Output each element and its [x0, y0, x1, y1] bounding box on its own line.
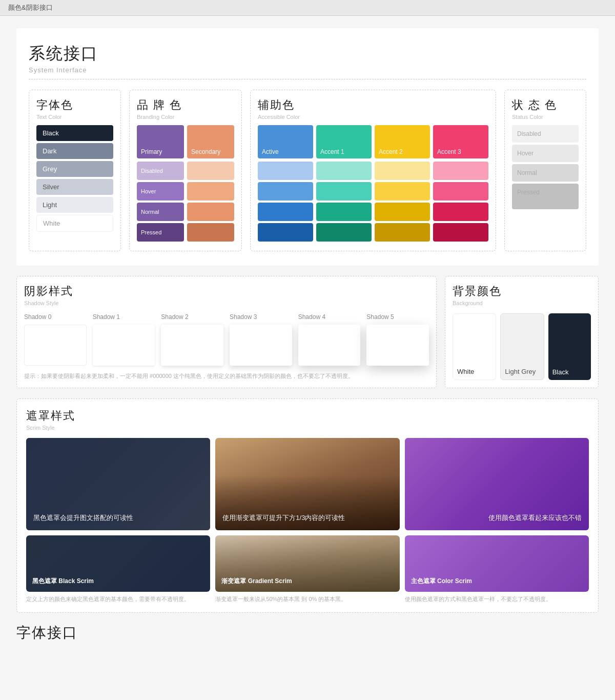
- shadow-card: 阴影样式 Shadow Style Shadow 0Shadow 1Shadow…: [16, 276, 437, 388]
- brand-state-row: Normal: [137, 203, 234, 221]
- scrim-color-desc: 使用颜色遮罩的方式和黑色遮罩一样，不要忘了不透明度。: [405, 595, 589, 604]
- text-color-title-zh: 字体色: [36, 97, 113, 113]
- shadow-box: [366, 325, 429, 366]
- accessible-state-swatch: [316, 162, 372, 180]
- accessible-main-swatch: Accent 3: [433, 125, 488, 158]
- shadow-title-en: Shadow Style: [24, 300, 429, 306]
- shadow-label: Shadow 4: [298, 313, 361, 321]
- shadow-box: [298, 325, 361, 366]
- scrim-label-row: 黑色遮罩 Black Scrim 定义上方的颜色来确定黑色遮罩的基本颜色，需要带…: [26, 535, 589, 604]
- text-swatch-item: White: [36, 215, 113, 232]
- text-swatch-item: Grey: [36, 161, 113, 177]
- scrim-demo-color: 使用颜色遮罩看起来应该也不错: [405, 438, 589, 530]
- brand-secondary-state: [187, 182, 234, 201]
- accessible-state-swatch: [316, 223, 372, 242]
- accessible-title-zh: 辅助色: [258, 97, 488, 113]
- text-swatches: BlackDarkGreySilverLightWhite: [36, 125, 113, 232]
- status-swatches: DisabledHoverNormalPressed: [512, 125, 579, 209]
- shadow-label: Shadow 3: [230, 313, 292, 321]
- scrim-gradient-desc: 渐变遮罩一般来说从50%的基本黑 到 0% 的基本黑。: [215, 595, 399, 604]
- accessible-state-swatch: [258, 223, 313, 242]
- scrim-demo-black-text: 黑色遮罩会提升图文搭配的可读性: [33, 513, 203, 523]
- bg-swatch-item: White: [453, 313, 496, 380]
- shadow-item: Shadow 0: [24, 313, 87, 366]
- scrim-gradient-label: 渐变遮罩 Gradient Scrim: [221, 577, 393, 586]
- scrim-demo-gradient-text: 使用渐变遮罩可提升下方1/3内容的可读性: [222, 513, 392, 523]
- bg-swatch-label: Light Grey: [505, 368, 536, 375]
- accessible-state-row: [258, 182, 488, 201]
- accessible-state-swatch: [375, 182, 430, 201]
- shadow-box: [93, 325, 155, 366]
- scrim-title-zh: 遮罩样式: [26, 408, 589, 424]
- branding-title-zh: 品 牌 色: [137, 97, 234, 113]
- accessible-state-swatch: [375, 162, 430, 180]
- accessible-state-swatch: [316, 203, 372, 221]
- shadow-title-zh: 阴影样式: [24, 284, 429, 299]
- bg-title-en: Background: [453, 300, 591, 306]
- bg-swatches-row: WhiteLight GreyBlack: [453, 313, 591, 380]
- scrim-label-gradient: 渐变遮罩 Gradient Scrim 渐变遮罩一般来说从50%的基本黑 到 0…: [215, 535, 399, 604]
- accessible-states: [258, 162, 488, 242]
- system-interface-section: 系统接口 System Interface 字体色 Text Color Bla…: [16, 28, 599, 266]
- brand-primary-state: Hover: [137, 182, 184, 201]
- page-content: 系统接口 System Interface 字体色 Text Color Bla…: [0, 16, 615, 700]
- accessible-main-row: ActiveAccent 1Accent 2Accent 3: [258, 125, 488, 158]
- shadow-label: Shadow 1: [93, 313, 155, 321]
- accessible-title-en: Accessible Color: [258, 114, 488, 120]
- shadow-bg-row: 阴影样式 Shadow Style Shadow 0Shadow 1Shadow…: [16, 276, 599, 388]
- accessible-state-swatch: [316, 182, 372, 201]
- bg-title-zh: 背景颜色: [453, 284, 591, 299]
- accessible-color-card: 辅助色 Accessible Color ActiveAccent 1Accen…: [250, 90, 496, 251]
- text-swatch-item: Silver: [36, 179, 113, 195]
- title-bar-label: 颜色&阴影接口: [8, 4, 53, 11]
- status-swatch-item: Disabled: [512, 125, 579, 143]
- scrim-label-color-item: 主色遮罩 Color Scrim: [405, 535, 589, 592]
- brand-main-swatch: Primary: [137, 125, 184, 158]
- accessible-state-swatch: [433, 182, 488, 201]
- scrim-color-label: 主色遮罩 Color Scrim: [411, 577, 583, 586]
- status-swatch-item: Hover: [512, 145, 579, 162]
- scrim-demo-color-text: 使用颜色遮罩看起来应该也不错: [412, 513, 582, 523]
- accessible-state-swatch: [433, 223, 488, 242]
- scrim-label-gradient-item: 渐变遮罩 Gradient Scrim: [215, 535, 399, 592]
- system-interface-title-en: System Interface: [29, 66, 586, 74]
- text-color-title-en: Text Color: [36, 114, 113, 120]
- accessible-main-swatch: Active: [258, 125, 313, 158]
- text-swatch-item: Dark: [36, 143, 113, 159]
- bg-swatch-label: Black: [552, 368, 569, 376]
- accessible-state-swatch: [433, 162, 488, 180]
- scrim-section: 遮罩样式 Scrim Style 黑色遮罩会提升图文搭配的可读性 使用渐变遮罩可…: [16, 398, 599, 613]
- shadow-box: [230, 325, 292, 366]
- brand-secondary-state: [187, 203, 234, 221]
- accessible-main-swatch: Accent 1: [316, 125, 372, 158]
- accessible-state-swatch: [375, 223, 430, 242]
- shadow-item: Shadow 3: [230, 313, 292, 366]
- brand-secondary-state: [187, 223, 234, 242]
- branding-title-en: Branding Color: [137, 114, 234, 120]
- accessible-state-row: [258, 162, 488, 180]
- shadow-item: Shadow 4: [298, 313, 361, 366]
- brand-primary-state: Disabled: [137, 162, 184, 180]
- branding-color-card: 品 牌 色 Branding Color PrimarySecondary Di…: [129, 90, 242, 251]
- brand-secondary-state: [187, 162, 234, 180]
- shadow-boxes-row: Shadow 0Shadow 1Shadow 2Shadow 3Shadow 4…: [24, 313, 429, 366]
- status-swatch-item: Pressed: [512, 184, 579, 209]
- shadow-hint: 提示：如果要使阴影看起来更加柔和，一定不能用 #000000 这个纯黑色，使用定…: [24, 372, 429, 381]
- accessible-state-swatch: [258, 203, 313, 221]
- shadow-box: [24, 325, 87, 366]
- system-interface-title-zh: 系统接口: [29, 43, 586, 65]
- status-title-zh: 状 态 色: [512, 97, 579, 113]
- status-title-en: Status Color: [512, 114, 579, 120]
- brand-primary-state: Pressed: [137, 223, 184, 242]
- shadow-box: [161, 325, 223, 366]
- accessible-state-swatch: [258, 162, 313, 180]
- accessible-state-swatch: [375, 203, 430, 221]
- shadow-item: Shadow 1: [93, 313, 155, 366]
- accessible-state-swatch: [258, 182, 313, 201]
- color-cards-row: 字体色 Text Color BlackDarkGreySilverLightW…: [29, 90, 586, 251]
- accessible-state-row: [258, 223, 488, 242]
- shadow-item: Shadow 2: [161, 313, 223, 366]
- accessible-main-swatch: Accent 2: [375, 125, 430, 158]
- brand-primary-state: Normal: [137, 203, 184, 221]
- status-color-card: 状 态 色 Status Color DisabledHoverNormalPr…: [504, 90, 586, 251]
